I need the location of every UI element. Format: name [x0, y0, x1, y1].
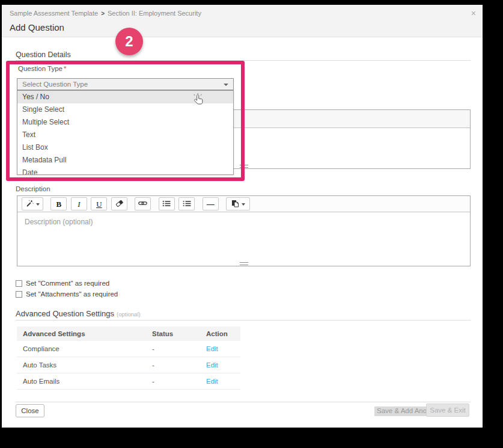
bold-button[interactable]: B: [50, 197, 67, 210]
attachments-required-row: Set "Attachments" as required: [16, 290, 118, 298]
chevron-down-icon: [224, 84, 228, 86]
question-type-label: Question Type*: [18, 65, 66, 72]
advanced-settings-heading: Advanced Question Settings(optional): [16, 309, 141, 318]
save-exit-button[interactable]: Save & Exit: [426, 404, 469, 417]
breadcrumb: Sample Assessment Template>Section II: E…: [10, 10, 201, 17]
question-details-heading: Question Details: [16, 51, 71, 59]
annotation-step-badge: 2: [115, 28, 143, 55]
dropdown-option-list-box[interactable]: List Box: [17, 141, 233, 154]
divider: [16, 60, 471, 61]
link-icon: [138, 200, 147, 206]
attachments-required-label: Set "Attachments" as required: [26, 290, 118, 298]
breadcrumb-separator: >: [101, 10, 105, 17]
ordered-list-button[interactable]: [178, 197, 195, 210]
description-editor[interactable]: B I U: [17, 195, 471, 266]
advanced-settings-table: Advanced Settings Status Action Complian…: [17, 327, 240, 390]
unordered-list-icon: [162, 200, 171, 207]
ordered-list-icon: [183, 200, 191, 207]
dropdown-option-text[interactable]: Text: [17, 129, 233, 141]
page-title: Add Question: [10, 22, 64, 32]
question-type-select[interactable]: Select Question Type: [17, 78, 234, 90]
column-action: Action: [206, 327, 228, 341]
optional-suffix: (optional): [117, 311, 141, 318]
resize-grip[interactable]: [240, 165, 248, 168]
dropdown-option-multiple-select[interactable]: Multiple Select: [17, 116, 233, 129]
italic-button[interactable]: I: [71, 197, 87, 210]
comment-required-checkbox[interactable]: [16, 280, 22, 287]
resize-grip[interactable]: [240, 262, 248, 265]
chevron-down-icon: [36, 203, 40, 206]
eraser-icon: [115, 200, 123, 207]
chevron-down-icon: [242, 203, 245, 206]
link-button[interactable]: [135, 197, 151, 210]
edit-auto-tasks-link[interactable]: Edit: [206, 357, 218, 373]
column-status: Status: [152, 327, 173, 341]
select-value: Select Question Type: [22, 81, 88, 88]
divider: [16, 320, 471, 321]
edit-auto-emails-link[interactable]: Edit: [206, 373, 218, 390]
required-asterisk: *: [64, 65, 66, 72]
comment-required-label: Set "Comment" as required: [26, 280, 109, 287]
footer-divider: [16, 402, 471, 402]
underline-button[interactable]: U: [91, 197, 107, 210]
paste-button[interactable]: [226, 197, 250, 210]
magic-wand-button[interactable]: [22, 197, 43, 210]
close-button[interactable]: Close: [16, 404, 44, 417]
breadcrumb-template[interactable]: Sample Assessment Template: [10, 10, 98, 17]
modal-header: Sample Assessment Template>Section II: E…: [2, 5, 483, 37]
description-label: Description: [16, 185, 50, 192]
table-row-compliance: Compliance - Edit: [17, 341, 240, 357]
comment-required-row: Set "Comment" as required: [16, 280, 109, 287]
table-row-auto-tasks: Auto Tasks - Edit: [17, 357, 240, 373]
horizontal-rule-button[interactable]: —: [203, 197, 219, 210]
paste-icon: [231, 200, 239, 207]
attachments-required-checkbox[interactable]: [16, 291, 22, 298]
description-placeholder[interactable]: Description (optional): [25, 218, 93, 226]
unordered-list-button[interactable]: [159, 197, 175, 210]
hand-cursor-icon: [193, 93, 205, 110]
table-header-row: Advanced Settings Status Action: [17, 327, 240, 341]
add-question-modal: Sample Assessment Template>Section II: E…: [2, 5, 483, 428]
dropdown-option-date[interactable]: Date: [17, 167, 233, 175]
close-icon[interactable]: ×: [471, 9, 476, 17]
edit-compliance-link[interactable]: Edit: [206, 341, 218, 357]
column-advanced-settings: Advanced Settings: [23, 327, 85, 341]
remove-format-button[interactable]: [111, 197, 127, 210]
magic-wand-icon: [26, 200, 34, 207]
table-row-auto-emails: Auto Emails - Edit: [17, 373, 240, 390]
description-editor-toolbar: B I U: [17, 196, 470, 212]
dropdown-option-metadata-pull[interactable]: Metadata Pull: [17, 154, 233, 167]
breadcrumb-section[interactable]: Section II: Employment Security: [108, 10, 201, 17]
